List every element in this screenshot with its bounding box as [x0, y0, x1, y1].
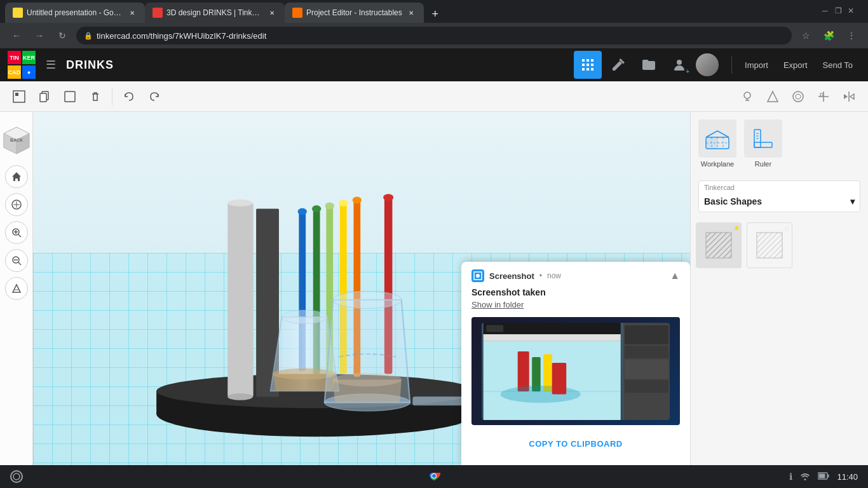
svg-rect-96 — [706, 233, 731, 258]
svg-point-54 — [312, 205, 321, 212]
import-button[interactable]: Import — [737, 57, 776, 74]
svg-rect-14 — [65, 92, 75, 102]
light-tool[interactable] — [736, 85, 759, 108]
wifi-icon — [800, 471, 810, 483]
svg-rect-5 — [591, 64, 593, 66]
redo-button[interactable] — [143, 85, 166, 108]
svg-rect-77 — [518, 351, 529, 391]
fit-view-button[interactable] — [5, 193, 28, 216]
zoom-in-button[interactable] — [5, 221, 28, 244]
svg-rect-81 — [552, 363, 567, 395]
toolbar — [0, 81, 868, 112]
svg-point-62 — [383, 194, 393, 201]
notification-time: now — [547, 271, 561, 280]
svg-point-63 — [281, 310, 327, 324]
group-button[interactable] — [8, 85, 31, 108]
tab1-close-btn[interactable]: ✕ — [127, 8, 137, 18]
export-icon-button[interactable] — [635, 51, 663, 79]
address-input[interactable]: 🔒 tinkercad.com/things/7kWHUibzIK7-drink… — [76, 27, 792, 44]
tab-google-slides[interactable]: Untitled presentation - Google S ✕ — [5, 3, 145, 23]
tab3-title: Project Editor - Instructables — [306, 8, 402, 17]
notification-show-folder[interactable]: Show in folder — [461, 300, 690, 317]
home-view-button[interactable] — [5, 165, 28, 188]
align-tool[interactable] — [812, 85, 835, 108]
new-tab-button[interactable]: + — [426, 5, 444, 23]
svg-rect-98 — [757, 233, 782, 258]
dropdown-category: Tinkercad — [699, 181, 860, 194]
send-to-button[interactable]: Send To — [815, 57, 860, 74]
build-mode-button[interactable] — [604, 51, 632, 79]
svg-rect-74 — [484, 334, 621, 341]
svg-point-15 — [744, 92, 750, 98]
close-button[interactable]: ✕ — [848, 6, 858, 17]
address-bar-row: ← → ↻ 🔒 tinkercad.com/things/7kWHUibzIK7… — [0, 23, 868, 48]
shapes-dropdown[interactable]: Tinkercad Basic Shapes ▾ — [698, 180, 860, 212]
reload-button[interactable]: ↻ — [53, 27, 71, 44]
shape-tool[interactable] — [761, 85, 784, 108]
copy-paste-button[interactable] — [33, 85, 56, 108]
svg-marker-25 — [844, 94, 848, 99]
dropdown-selected[interactable]: Basic Shapes ▾ — [699, 194, 860, 212]
back-button[interactable]: ← — [8, 27, 25, 44]
chrome-logo-center — [426, 468, 442, 485]
notification-separator: • — [539, 271, 542, 280]
forward-button[interactable]: → — [31, 27, 48, 44]
svg-line-36 — [18, 234, 21, 237]
notification-expand-icon[interactable]: ▲ — [670, 270, 680, 281]
zoom-out-button[interactable] — [5, 249, 28, 272]
copy-to-clipboard-button[interactable]: COPY TO CLIPBOARD — [471, 433, 680, 455]
svg-marker-18 — [768, 92, 778, 102]
restore-button[interactable]: ❐ — [835, 6, 845, 17]
shape-item-2[interactable]: ☆ — [747, 222, 792, 268]
svg-rect-73 — [487, 325, 504, 332]
viewport[interactable]: Snap Grid 1 Screenshot • now ▲ Screensho… — [33, 112, 690, 465]
bookmark-icon[interactable]: ☆ — [797, 27, 815, 44]
tab1-title: Untitled presentation - Google S — [27, 8, 123, 17]
svg-point-58 — [339, 200, 348, 207]
grid-view-button[interactable] — [574, 51, 602, 79]
ruler-tool[interactable]: Ruler — [744, 119, 782, 168]
undo-button[interactable] — [118, 85, 140, 108]
shape2-star: ☆ — [783, 224, 790, 233]
export-button[interactable]: Export — [776, 57, 815, 74]
extension-icon[interactable]: 🧩 — [820, 27, 837, 44]
view-cube[interactable]: BACK — [0, 119, 36, 158]
tinkercad-header: TIN KER CAD ● ☰ DRINKS + — [0, 48, 868, 81]
delete-button[interactable] — [84, 85, 107, 108]
circle-tool[interactable] — [787, 85, 810, 108]
svg-rect-105 — [819, 474, 825, 478]
svg-rect-13 — [40, 93, 46, 102]
tab2-favicon — [153, 8, 163, 18]
add-profile-button[interactable]: + — [665, 51, 693, 79]
workplane-label: Workplane — [701, 160, 734, 168]
minimize-button[interactable]: ─ — [822, 6, 832, 17]
svg-line-40 — [18, 262, 21, 265]
svg-line-83 — [706, 131, 717, 137]
svg-point-19 — [793, 92, 803, 102]
tinkercad-logo[interactable]: TIN KER CAD ● — [8, 51, 36, 79]
browser-toolbar-icons: ☆ 🧩 ⋮ — [797, 27, 860, 44]
tab-instructables[interactable]: Project Editor - Instructables ✕ — [285, 3, 424, 23]
ruler-label: Ruler — [755, 160, 771, 168]
toolbar-right-icons — [736, 85, 860, 108]
header-icons: + — [574, 51, 719, 79]
logo-cell-tl: TIN — [8, 51, 21, 64]
notification-popup: Screenshot • now ▲ Screenshot taken Show… — [461, 262, 690, 465]
tab2-close-btn[interactable]: ✕ — [267, 8, 277, 18]
duplicate-button[interactable] — [58, 85, 81, 108]
status-bar: ℹ 11:40 — [0, 465, 868, 488]
perspective-button[interactable] — [5, 277, 28, 300]
user-avatar[interactable] — [696, 53, 719, 76]
shape-item-1[interactable]: ★ — [696, 222, 742, 268]
svg-point-99 — [13, 473, 20, 480]
status-time: 11:40 — [837, 472, 858, 482]
hamburger-menu[interactable]: ☰ — [43, 55, 58, 74]
workplane-tool[interactable]: Workplane — [698, 119, 736, 168]
menu-icon[interactable]: ⋮ — [843, 27, 860, 44]
mirror-tool[interactable] — [837, 85, 860, 108]
tab3-close-btn[interactable]: ✕ — [406, 8, 416, 18]
tab-tinkercad[interactable]: 3D design DRINKS | Tinkercad ✕ — [145, 3, 285, 23]
info-icon[interactable]: ℹ — [789, 471, 792, 482]
svg-rect-104 — [828, 475, 829, 478]
project-title[interactable]: DRINKS — [66, 58, 114, 72]
